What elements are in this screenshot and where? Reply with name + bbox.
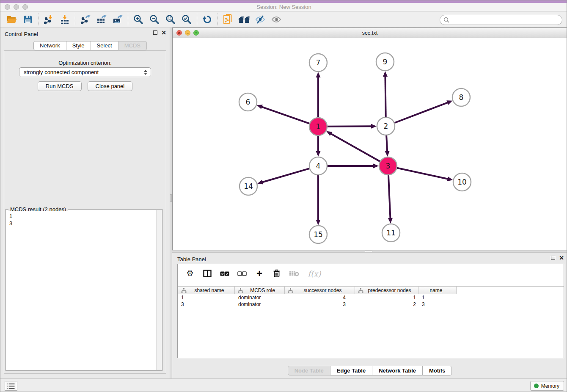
import-network-button[interactable] [41, 13, 57, 26]
column-header-predecessor-nodes[interactable]: predecessor nodes [355, 287, 418, 294]
graph-edge[interactable] [388, 175, 391, 219]
show-graphics-details-button[interactable] [268, 13, 284, 26]
network-graph[interactable]: 7968124314101511 [173, 38, 567, 250]
mcds-result-item[interactable]: 1 [9, 213, 156, 220]
open-file-button[interactable] [4, 13, 20, 26]
column-header-shared-name[interactable]: shared name [178, 287, 235, 294]
delete-table-button[interactable] [289, 268, 300, 279]
cell-successor-nodes[interactable]: 4 [285, 294, 355, 301]
graph-node-label: 10 [457, 178, 467, 186]
column-header-mcds-role[interactable]: MCDS role [235, 287, 285, 294]
criterion-dropdown[interactable]: strongly connected component [19, 67, 151, 77]
toolbar-separator [217, 13, 218, 26]
graph-edge-arrow [316, 220, 321, 225]
graph-edge-arrow [373, 164, 379, 168]
result-scrollbar[interactable] [156, 210, 162, 370]
network-canvas[interactable]: 7968124314101511 [173, 38, 567, 250]
graph-edge[interactable] [330, 133, 380, 161]
create-column-button[interactable]: + [254, 268, 265, 279]
close-panel-button[interactable]: Close panel [88, 81, 133, 91]
graph-edge[interactable] [386, 135, 387, 152]
graph-edge[interactable] [385, 76, 385, 117]
tab-style[interactable]: Style [66, 41, 91, 50]
graph-node-label: 8 [459, 93, 464, 102]
graph-edge-arrow [257, 105, 263, 109]
show-columns-button[interactable] [202, 268, 213, 279]
splitter-handle[interactable] [365, 251, 372, 252]
close-panel-icon[interactable]: ✕ [161, 30, 166, 35]
table-options-button[interactable]: ⚙ [184, 268, 195, 279]
dropdown-stepper-icon [143, 69, 148, 76]
home-button[interactable] [236, 13, 252, 26]
fx-icon: f(x) [308, 269, 321, 278]
cell-name[interactable]: 3 [418, 301, 457, 308]
deselect-all-columns-button[interactable] [237, 268, 248, 279]
export-table-button[interactable] [94, 13, 110, 26]
tab-motifs[interactable]: Motifs [422, 366, 452, 375]
search-input[interactable] [451, 16, 562, 24]
zoom-out-button[interactable] [146, 13, 162, 26]
cell-name[interactable]: 1 [418, 294, 457, 301]
graph-edge-arrow [383, 71, 388, 77]
tab-node-table[interactable]: Node Table [288, 366, 330, 375]
network-window-title: scc.txt [173, 30, 567, 36]
graph-edge[interactable] [262, 168, 310, 182]
column-type-icon [238, 288, 243, 293]
tab-mcds[interactable]: MCDS [118, 41, 147, 50]
zoom-selected-icon [182, 14, 192, 25]
refresh-icon [202, 14, 212, 25]
select-all-columns-button[interactable] [219, 268, 230, 279]
cell-predecessor-nodes[interactable]: 2 [355, 301, 418, 308]
select-all-icon [220, 271, 229, 276]
mcds-result-item[interactable]: 3 [9, 220, 156, 227]
cell-successor-nodes[interactable]: 3 [285, 301, 355, 308]
cell-mcds-role[interactable]: dominator [235, 301, 285, 308]
window-title: Session: New Session [0, 4, 567, 10]
column-header-name[interactable]: name [418, 287, 457, 294]
mcds-result-list[interactable]: 1 3 [6, 211, 156, 370]
splitter-handle[interactable] [170, 194, 172, 202]
table-panel: Table Panel ✕ ⚙ [172, 253, 567, 378]
zoom-selected-button[interactable] [179, 13, 195, 26]
refresh-button[interactable] [199, 13, 215, 26]
toolbar-separator [197, 13, 197, 26]
export-network-button[interactable] [77, 13, 94, 26]
tab-network[interactable]: Network [33, 41, 66, 50]
column-header-successor-nodes[interactable]: successor nodes [285, 287, 355, 294]
zoom-fit-button[interactable] [162, 13, 179, 26]
tab-select[interactable]: Select [91, 41, 118, 50]
eye-icon [271, 14, 282, 25]
table-row[interactable]: 1 dominator 4 1 1 [178, 294, 564, 301]
function-builder-button[interactable]: f(x) [306, 268, 323, 279]
delete-columns-button[interactable] [271, 268, 282, 279]
save-session-button[interactable] [20, 13, 36, 26]
cell-predecessor-nodes[interactable]: 1 [355, 294, 418, 301]
import-table-button[interactable] [57, 13, 73, 26]
hide-graphics-details-button[interactable] [252, 13, 268, 26]
tab-network-table[interactable]: Network Table [372, 366, 423, 375]
cell-shared-name[interactable]: 3 [178, 301, 235, 308]
run-mcds-button[interactable]: Run MCDS [38, 81, 82, 91]
task-history-button[interactable] [5, 381, 17, 391]
cell-mcds-role[interactable]: dominator [235, 294, 285, 301]
graph-edge[interactable] [394, 102, 449, 123]
table-row[interactable]: 3 dominator 3 2 3 [178, 301, 564, 308]
float-panel-icon[interactable] [551, 256, 555, 260]
clone-network-button[interactable] [220, 13, 236, 26]
close-panel-icon[interactable]: ✕ [559, 256, 564, 260]
graph-edge-arrow [447, 177, 453, 181]
cell-shared-name[interactable]: 1 [178, 294, 235, 301]
export-table-icon [96, 14, 107, 25]
export-image-button[interactable] [110, 13, 126, 26]
tab-edge-table[interactable]: Edge Table [330, 366, 372, 375]
memory-button[interactable]: Memory [530, 381, 564, 391]
float-panel-icon[interactable] [153, 30, 157, 35]
import-table-icon [59, 14, 70, 25]
graph-edge[interactable] [397, 168, 449, 179]
network-view-window: ✕ – + scc.txt 7968124314101511 [172, 28, 567, 250]
zoom-in-icon [133, 14, 143, 25]
criterion-dropdown-value: strongly connected component [24, 69, 99, 75]
graph-edge[interactable] [327, 126, 372, 127]
zoom-in-button[interactable] [130, 13, 146, 26]
graph-edge[interactable] [261, 107, 310, 124]
